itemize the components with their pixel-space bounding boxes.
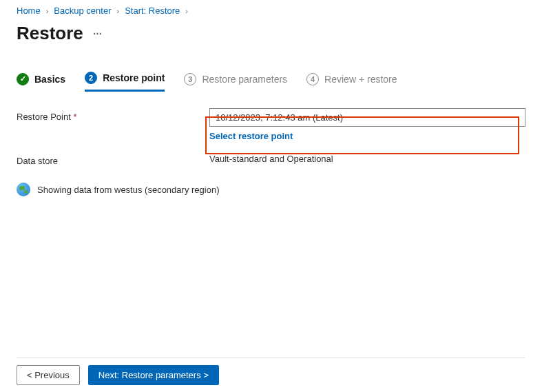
chevron-right-icon: › bbox=[116, 7, 119, 15]
select-restore-point-link[interactable]: Select restore point bbox=[209, 131, 293, 141]
data-store-value: Vault-standard and Operational bbox=[209, 152, 525, 166]
restore-point-label: Restore Point * bbox=[17, 108, 209, 141]
next-button[interactable]: Next: Restore parameters > bbox=[88, 365, 219, 385]
required-asterisk: * bbox=[73, 112, 76, 122]
data-store-label: Data store bbox=[17, 152, 209, 166]
restore-point-input[interactable] bbox=[209, 108, 525, 127]
region-notice-text: Showing data from westus (secondary regi… bbox=[37, 185, 219, 195]
check-icon: ✓ bbox=[17, 73, 29, 85]
step-number-icon: 4 bbox=[306, 73, 319, 85]
tab-restore-point[interactable]: 2 Restore point bbox=[85, 72, 165, 92]
tab-review-restore[interactable]: 4 Review + restore bbox=[306, 73, 397, 91]
tab-basics-label: Basics bbox=[34, 74, 65, 85]
breadcrumb-start-restore[interactable]: Start: Restore bbox=[125, 6, 180, 16]
step-number-icon: 3 bbox=[184, 73, 196, 85]
tab-basics[interactable]: ✓ Basics bbox=[17, 73, 65, 91]
tab-restore-parameters[interactable]: 3 Restore parameters bbox=[184, 73, 287, 91]
region-notice: Showing data from westus (secondary regi… bbox=[17, 183, 525, 196]
page-title: Restore bbox=[17, 23, 83, 44]
globe-icon bbox=[17, 183, 30, 196]
data-store-row: Data store Vault-standard and Operationa… bbox=[17, 152, 525, 166]
wizard-footer: < Previous Next: Restore parameters > bbox=[17, 358, 525, 385]
tab-review-restore-label: Review + restore bbox=[324, 74, 397, 85]
step-number-icon: 2 bbox=[85, 72, 97, 84]
page-title-row: Restore ⋯ bbox=[17, 23, 525, 44]
breadcrumb: Home › Backup center › Start: Restore › bbox=[17, 6, 525, 16]
chevron-right-icon: › bbox=[185, 7, 188, 15]
tab-restore-parameters-label: Restore parameters bbox=[202, 74, 287, 85]
breadcrumb-home[interactable]: Home bbox=[17, 6, 41, 16]
breadcrumb-backup-center[interactable]: Backup center bbox=[54, 6, 111, 16]
previous-button[interactable]: < Previous bbox=[17, 365, 80, 385]
chevron-right-icon: › bbox=[46, 7, 49, 15]
wizard-tabs: ✓ Basics 2 Restore point 3 Restore param… bbox=[17, 72, 525, 92]
restore-point-row: Restore Point * Select restore point bbox=[17, 108, 525, 141]
tab-restore-point-label: Restore point bbox=[103, 72, 165, 83]
more-actions-icon[interactable]: ⋯ bbox=[93, 28, 103, 39]
